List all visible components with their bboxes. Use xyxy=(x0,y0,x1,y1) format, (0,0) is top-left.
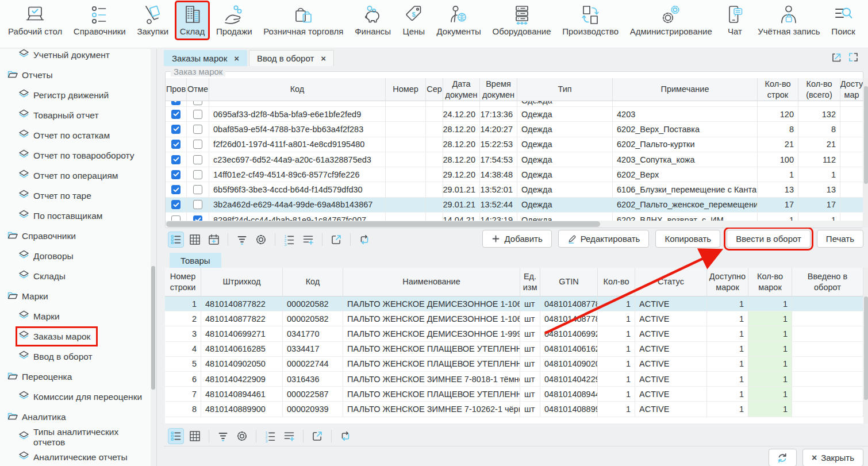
goods-table-row[interactable]: 448101406162850334417ПАЛЬТО ЖЕНСКОЕ ПЛАЩ… xyxy=(165,342,863,357)
goods-table-row[interactable]: 54810140902050000022744ПАЛЬТО ЖЕНСКОЕ ПЛ… xyxy=(165,357,863,372)
tree-item-sklady[interactable]: Склады xyxy=(0,266,151,286)
grid-view-icon[interactable] xyxy=(187,232,203,248)
marked-checkbox[interactable] xyxy=(193,200,202,209)
goods-column-header[interactable]: Статус xyxy=(635,268,707,296)
orders-column-header[interactable]: Достумар xyxy=(840,78,863,101)
processed-checkbox[interactable] xyxy=(171,140,180,149)
close-button[interactable]: × Закрыть xyxy=(802,449,863,466)
calendar-icon[interactable] xyxy=(206,232,222,248)
tab-zakazy-marok[interactable]: Заказы марок× xyxy=(164,50,247,66)
nav-item-zakupki[interactable]: Закупки xyxy=(133,2,172,38)
marked-checkbox[interactable] xyxy=(193,185,202,194)
open-external-icon[interactable] xyxy=(309,428,325,444)
nav-item-prodazhi[interactable]: Продажи xyxy=(213,2,256,38)
orders-column-header[interactable]: Код xyxy=(209,78,386,101)
processed-checkbox[interactable] xyxy=(171,200,180,209)
list-view-icon[interactable] xyxy=(168,428,184,444)
tree-item-spravochniki[interactable]: Справочники xyxy=(0,226,151,246)
marked-checkbox[interactable] xyxy=(193,110,202,119)
nav-item-spravochniki[interactable]: Справочники xyxy=(70,2,129,38)
orders-table-row[interactable]: 14ff01e2-cf49-4514-89c6-8577cf9fe22629.1… xyxy=(166,167,863,182)
goods-column-header[interactable]: Код xyxy=(283,268,343,296)
orders-vscrollbar[interactable] xyxy=(864,78,868,228)
tree-item-otchet-po-tare[interactable]: Отчет по таре xyxy=(0,186,151,206)
orders-table-row[interactable]: 6b5f96f3-3be3-4ccd-b64d-f14d579dfd3029.0… xyxy=(166,182,863,197)
orders-table-row[interactable]: Одежда xyxy=(166,101,863,107)
orders-column-header[interactable]: Отме xyxy=(187,78,209,101)
goods-table-row[interactable]: 348101406992710341770ПАЛЬТО ЖЕНСКОЕ ДЕМИ… xyxy=(165,326,863,341)
processed-checkbox[interactable] xyxy=(171,110,180,119)
processed-checkbox[interactable] xyxy=(171,185,180,194)
open-in-new-window-icon[interactable] xyxy=(830,51,842,63)
refresh-button[interactable] xyxy=(769,449,797,466)
tab-vvod-v-oborot[interactable]: Ввод в оборот× xyxy=(249,50,334,66)
filter-icon[interactable] xyxy=(234,232,250,248)
nav-item-roznichnaya-torgovlya[interactable]: Розничная торговля xyxy=(260,2,347,38)
nav-item-rabochiy-stol[interactable]: Рабочий стол xyxy=(5,2,66,38)
tree-item-vvod-v-oborot[interactable]: Ввод в оборот xyxy=(0,346,151,367)
nav-item-finansy[interactable]: Финансы xyxy=(351,2,394,38)
tab-close-icon[interactable]: × xyxy=(321,53,326,63)
tree-item-marki-item[interactable]: Марки xyxy=(0,306,151,326)
numbered-list-icon[interactable]: 123 xyxy=(262,428,278,444)
orders-column-header[interactable]: Времядокумен xyxy=(480,78,517,101)
nav-item-chat[interactable]: Чат xyxy=(720,2,750,38)
goods-column-header[interactable]: Наименование xyxy=(343,268,520,296)
orders-hscrollbar-thumb[interactable] xyxy=(166,221,600,227)
add-list-icon[interactable] xyxy=(281,428,297,444)
nav-item-uchetnaya-zapis[interactable]: Учётная запись xyxy=(754,2,824,38)
marked-checkbox[interactable] xyxy=(193,140,202,149)
nav-item-oborudovanie[interactable]: Оборудование xyxy=(489,2,555,38)
tree-item-otchet-po-operatsiyam[interactable]: Отчет по операциям xyxy=(0,165,151,186)
tree-item-tovarnyy-otchet[interactable]: Товарный отчет xyxy=(0,105,151,125)
goods-table-row[interactable]: 648101404229090316436ПАЛЬТО ЖЕНСКОЕ ЗИМН… xyxy=(165,372,863,387)
goods-column-header[interactable]: Номерстроки xyxy=(165,268,201,296)
orders-column-header[interactable]: Кол-во(всего) xyxy=(798,78,840,101)
orders-column-header[interactable]: Примечание xyxy=(613,78,758,101)
nav-item-dokumenty[interactable]: Документы xyxy=(433,2,484,38)
fullscreen-icon[interactable] xyxy=(847,51,859,63)
list-view-icon[interactable] xyxy=(168,232,184,248)
orders-vscrollbar-thumb[interactable] xyxy=(864,86,868,184)
sidebar-scrollbar-thumb[interactable] xyxy=(151,266,155,390)
goods-column-header[interactable]: Штрихкод xyxy=(201,268,283,296)
orders-column-header[interactable]: Номер xyxy=(386,78,426,101)
nav-item-administrirovanie[interactable]: Администрирование xyxy=(627,2,716,38)
refresh-loop-icon[interactable] xyxy=(356,232,372,248)
orders-column-header[interactable]: Пров xyxy=(166,78,187,101)
orders-column-header[interactable]: Сер xyxy=(426,78,443,101)
tab-close-icon[interactable]: × xyxy=(234,53,239,63)
nav-item-poisk[interactable]: Поиск xyxy=(828,2,859,38)
orders-column-header[interactable]: Датадокумен xyxy=(443,78,480,101)
orders-table-row[interactable]: c23ec697-6d52-44a9-a20c-61a328875ed328.1… xyxy=(166,152,863,167)
marked-checkbox[interactable] xyxy=(193,170,202,179)
goods-column-header[interactable]: GTIN xyxy=(540,268,598,296)
tree-item-tipy-analiticheskikh-otchetov[interactable]: Типы аналитических отчетов xyxy=(0,427,151,447)
tree-item-otchet-po-ostatkam[interactable]: Отчет по остаткам xyxy=(0,125,151,145)
processed-checkbox[interactable] xyxy=(171,101,180,105)
nav-item-proizvodstvo[interactable]: Производство xyxy=(559,2,622,38)
gear-icon[interactable] xyxy=(234,428,250,444)
filter-icon[interactable] xyxy=(215,428,231,444)
marked-checkbox[interactable] xyxy=(193,101,202,105)
open-external-icon[interactable] xyxy=(328,232,344,248)
orders-table-row[interactable]: 0baf85a9-e5f4-4788-b37e-bb63a4f2f28328.1… xyxy=(166,122,863,137)
tree-item-dogovory[interactable]: Договоры xyxy=(0,246,151,266)
goods-table-row[interactable]: 14810140877822000020582ПАЛЬТО ЖЕНСКОЕ ДЕ… xyxy=(165,296,863,311)
tree-item-po-postavshchikam[interactable]: По поставщикам xyxy=(0,206,151,226)
goods-column-header[interactable]: Ед.изм xyxy=(520,268,540,296)
refresh-loop-icon[interactable] xyxy=(337,428,354,444)
add-list-icon[interactable] xyxy=(300,232,316,248)
tree-item-marki[interactable]: Марки xyxy=(0,286,151,306)
goods-vscrollbar-thumb[interactable] xyxy=(864,296,868,400)
tree-item-otchety[interactable]: Отчеты xyxy=(0,65,151,85)
add-button[interactable]: Добавить xyxy=(482,230,551,248)
tab-goods[interactable]: Товары xyxy=(170,253,221,268)
orders-table-row[interactable]: 3b2a462d-e629-44a4-99de-69a48b14386729.0… xyxy=(166,198,863,213)
processed-checkbox[interactable] xyxy=(171,125,180,134)
marked-checkbox[interactable] xyxy=(193,155,202,164)
orders-table-row[interactable]: 0695af33-d2f8-4b5a-bfa9-e6e1bfe2fed924.1… xyxy=(166,107,863,122)
grid-view-icon[interactable] xyxy=(187,428,203,444)
tree-item-pereotsenka[interactable]: Переоценка xyxy=(0,367,151,387)
copy-button[interactable]: Копировать xyxy=(655,230,720,248)
